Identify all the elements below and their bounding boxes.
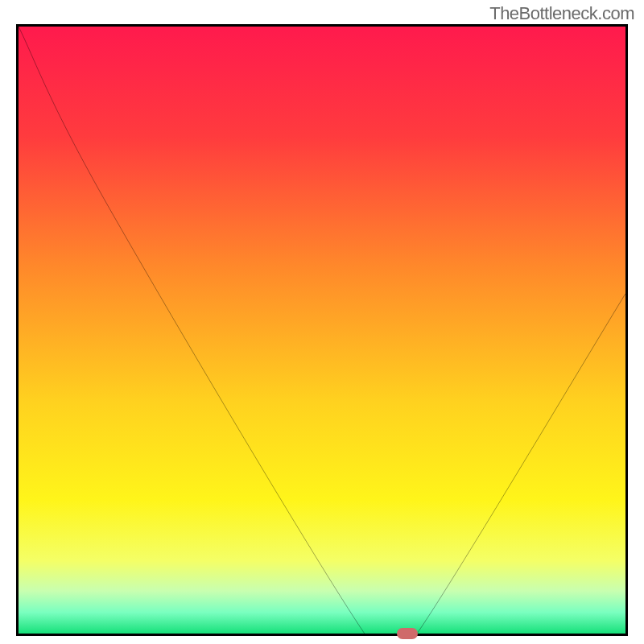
optimal-marker bbox=[397, 628, 418, 639]
chart-frame: TheBottleneck.com bbox=[0, 0, 644, 644]
watermark-text: TheBottleneck.com bbox=[489, 3, 634, 24]
bottleneck-curve bbox=[19, 27, 625, 634]
plot-area bbox=[16, 24, 628, 636]
